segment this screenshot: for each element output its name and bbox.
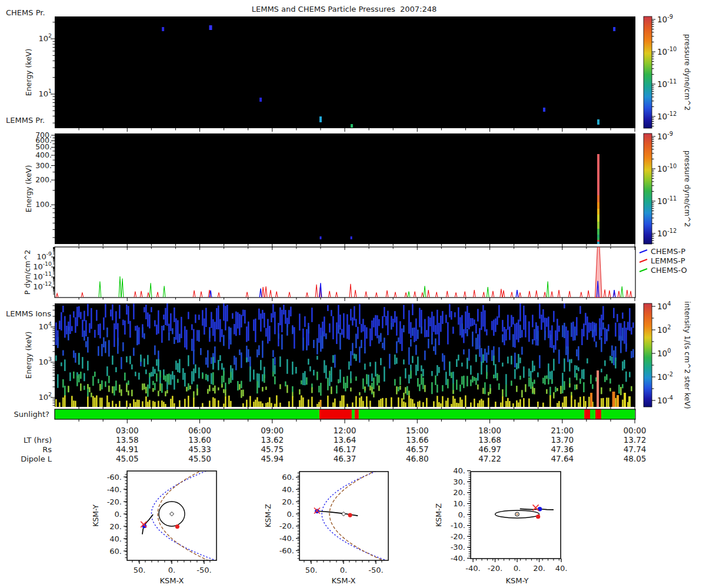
svg-text:50.: 50.: [305, 566, 318, 574]
colorbars: 10-910-1010-1110-1210-910-1010-1110-1210…: [644, 14, 677, 407]
svg-text:46.80: 46.80: [406, 454, 429, 463]
svg-text:-10.: -10.: [451, 521, 465, 530]
svg-text:101: 101: [39, 88, 52, 98]
svg-text:10-9: 10-9: [36, 250, 52, 261]
svg-text:60.: 60.: [109, 547, 122, 556]
svg-text:104: 104: [39, 320, 52, 331]
time-and-ephemeris: 03:0006:0009:0012:0015:0018:0021:0000:00…: [116, 426, 647, 463]
orbit-plot-1: 50.0.-50.-60.-40.-20.0.20.40.60.: [107, 467, 221, 574]
svg-text:-40.: -40.: [279, 534, 294, 543]
svg-text:46.57: 46.57: [406, 445, 429, 454]
svg-text:0.: 0.: [168, 566, 175, 574]
svg-text:45.94: 45.94: [261, 454, 284, 463]
saturn-marker: [342, 512, 346, 516]
data-point: [209, 25, 212, 30]
chart-canvas: 102101700.600.500.400.300.200.100.10-910…: [0, 0, 706, 588]
y-axes: 102101700.600.500.400.300.200.100.10-910…: [33, 22, 55, 406]
svg-text:100.: 100.: [35, 200, 52, 209]
svg-text:15:00: 15:00: [406, 426, 429, 435]
svg-text:-50.: -50.: [197, 566, 211, 574]
event-stripe-segment: [597, 242, 600, 244]
svg-text:45.75: 45.75: [261, 445, 284, 454]
svg-text:0.: 0.: [115, 510, 122, 519]
event-stripe-segment: [597, 154, 600, 195]
orbit-plot-2: 50.0.-50.60.40.20.0.-20.-40.-60.: [279, 466, 390, 574]
svg-text:-20.: -20.: [488, 564, 502, 573]
svg-text:13.58: 13.58: [116, 435, 139, 445]
svg-text:102: 102: [39, 32, 52, 43]
svg-text:103: 103: [39, 356, 52, 366]
colorbar-lemms: [644, 133, 652, 244]
panel-backgrounds: [55, 16, 635, 407]
orbit-plot-3: -40.-20.0.20.40.40.30.20.10.0.-10.-20.-3…: [451, 466, 568, 573]
svg-text:47.74: 47.74: [624, 445, 647, 454]
sunlight-segment-off: [584, 409, 590, 419]
svg-text:0.: 0.: [458, 510, 465, 519]
svg-text:10-10: 10-10: [657, 46, 677, 56]
boundary-curve: [322, 466, 389, 560]
svg-text:47.22: 47.22: [478, 454, 501, 463]
data-point: [351, 236, 352, 239]
svg-text:40.: 40.: [282, 485, 294, 494]
boundary-curve: [151, 467, 220, 562]
svg-text:-40.: -40.: [465, 564, 480, 573]
svg-text:20.: 20.: [533, 564, 545, 573]
data-point: [319, 236, 321, 239]
svg-text:-30.: -30.: [451, 543, 465, 552]
svg-text:10-11: 10-11: [657, 195, 677, 206]
svg-text:102: 102: [39, 391, 52, 402]
svg-text:300.: 300.: [35, 161, 52, 170]
sunlight-bar: [55, 409, 635, 419]
svg-text:09:00: 09:00: [261, 426, 284, 435]
svg-text:47.36: 47.36: [551, 445, 574, 454]
svg-text:50.: 50.: [134, 566, 146, 574]
svg-text:40.: 40.: [453, 466, 465, 475]
svg-text:18:00: 18:00: [478, 426, 501, 435]
moon-marker: [536, 514, 540, 519]
sunlight-segment-on: [352, 409, 355, 419]
svg-text:20.: 20.: [282, 497, 294, 506]
svg-text:-50.: -50.: [368, 566, 383, 574]
svg-text:10-10: 10-10: [657, 163, 677, 173]
data-point: [259, 98, 262, 102]
svg-text:40.: 40.: [555, 564, 568, 573]
svg-text:-40.: -40.: [107, 485, 122, 494]
svg-text:200.: 200.: [35, 175, 52, 184]
event-stripe-segment: [597, 202, 600, 209]
ions-feature: [624, 393, 626, 407]
data-point: [351, 124, 353, 128]
svg-text:10-10: 10-10: [33, 260, 52, 271]
svg-text:0.: 0.: [287, 510, 294, 519]
svg-text:13.66: 13.66: [406, 435, 429, 445]
data-point: [543, 108, 545, 112]
moon-marker: [175, 524, 179, 529]
svg-text:-40.: -40.: [451, 554, 465, 563]
svg-text:60.: 60.: [282, 473, 294, 482]
sunlight-segment-on: [601, 409, 635, 419]
event-stripe-segment: [597, 215, 600, 222]
svg-text:-20.: -20.: [107, 497, 122, 506]
svg-text:0.: 0.: [514, 564, 521, 573]
colorbar-chems: [644, 16, 652, 128]
svg-text:45.33: 45.33: [188, 445, 211, 454]
ions-feature: [597, 370, 599, 407]
svg-text:13.64: 13.64: [334, 435, 357, 445]
svg-text:400.: 400.: [35, 151, 52, 159]
data-point: [597, 119, 600, 125]
svg-text:104: 104: [657, 300, 671, 311]
svg-text:102: 102: [657, 324, 671, 335]
sunlight-segment-on: [590, 409, 595, 419]
svg-text:10-12: 10-12: [657, 111, 677, 121]
svg-text:-20.: -20.: [451, 532, 465, 541]
svg-text:13.70: 13.70: [551, 435, 574, 445]
figure-root: LEMMS and CHEMS Particle Pressures 2007:…: [0, 0, 706, 588]
svg-text:47.64: 47.64: [551, 454, 574, 463]
svg-text:46.37: 46.37: [334, 454, 357, 463]
svg-text:100: 100: [657, 348, 671, 358]
event-stripe-segment: [597, 240, 600, 242]
sunlight-segment-on: [55, 409, 319, 419]
ions-feature: [612, 392, 615, 407]
svg-text:13.68: 13.68: [478, 435, 501, 445]
svg-text:10-11: 10-11: [657, 78, 677, 89]
data-point: [162, 27, 164, 31]
